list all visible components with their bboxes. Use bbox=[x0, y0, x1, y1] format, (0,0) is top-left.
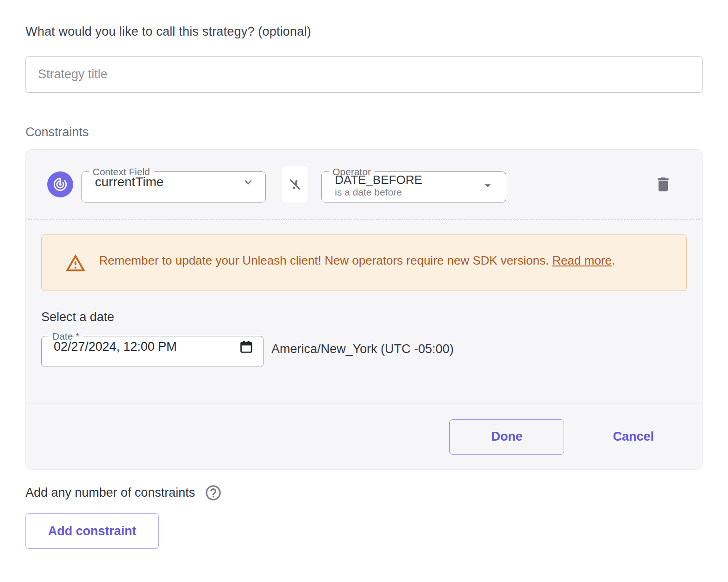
add-constraints-hint-row: Add any number of constraints bbox=[25, 484, 703, 502]
constraints-help-button[interactable] bbox=[204, 484, 222, 502]
negate-constraint-toggle[interactable] bbox=[282, 166, 308, 202]
date-field[interactable]: Date * bbox=[41, 331, 264, 367]
slashed-exclamation-icon bbox=[288, 177, 302, 192]
constraint-card-body: Remember to update your Unleash client! … bbox=[26, 220, 702, 404]
date-picker-button[interactable] bbox=[238, 339, 254, 354]
operator-value: DATE_BEFORE bbox=[335, 173, 422, 187]
constraint-card-footer: Done Cancel bbox=[26, 404, 702, 469]
constraints-section-label: Constraints bbox=[25, 125, 703, 139]
strategy-name-question: What would you like to call this strateg… bbox=[25, 25, 703, 39]
calendar-icon bbox=[238, 339, 254, 354]
date-row: Date * bbox=[41, 331, 687, 404]
operator-description: is a date before bbox=[335, 187, 422, 198]
sdk-warning-text: Remember to update your Unleash client! … bbox=[99, 252, 615, 270]
track-changes-icon bbox=[52, 177, 68, 192]
context-field-select[interactable]: Context Field currentTime bbox=[82, 167, 266, 202]
read-more-link[interactable]: Read more bbox=[552, 253, 612, 267]
add-constraints-hint: Add any number of constraints bbox=[25, 486, 195, 500]
strategy-constraints-form: What would you like to call this strateg… bbox=[0, 0, 728, 549]
select-date-heading: Select a date bbox=[41, 310, 687, 324]
operator-select[interactable]: Operator DATE_BEFORE is a date before bbox=[321, 167, 506, 202]
date-input[interactable] bbox=[54, 340, 216, 354]
done-button[interactable]: Done bbox=[449, 419, 564, 455]
warning-suffix: . bbox=[612, 253, 615, 267]
warning-triangle-icon bbox=[65, 253, 86, 274]
constraint-card: Context Field currentTime bbox=[25, 149, 703, 470]
arrow-drop-down-icon bbox=[480, 177, 496, 193]
add-constraint-button[interactable]: Add constraint bbox=[25, 513, 159, 549]
chevron-down-icon bbox=[241, 175, 255, 189]
constraint-icon-badge bbox=[47, 171, 73, 197]
sdk-warning-alert: Remember to update your Unleash client! … bbox=[41, 234, 687, 291]
delete-constraint-button[interactable] bbox=[651, 172, 675, 196]
warning-message: Remember to update your Unleash client! … bbox=[99, 253, 549, 267]
context-field-value: currentTime bbox=[95, 175, 163, 190]
strategy-title-input[interactable] bbox=[25, 56, 703, 93]
timezone-label: America/New_York (UTC -05:00) bbox=[271, 342, 454, 356]
constraint-card-header: Context Field currentTime bbox=[26, 150, 702, 220]
help-question-icon bbox=[204, 484, 222, 502]
trash-icon bbox=[654, 175, 672, 194]
cancel-button[interactable]: Cancel bbox=[613, 430, 654, 444]
